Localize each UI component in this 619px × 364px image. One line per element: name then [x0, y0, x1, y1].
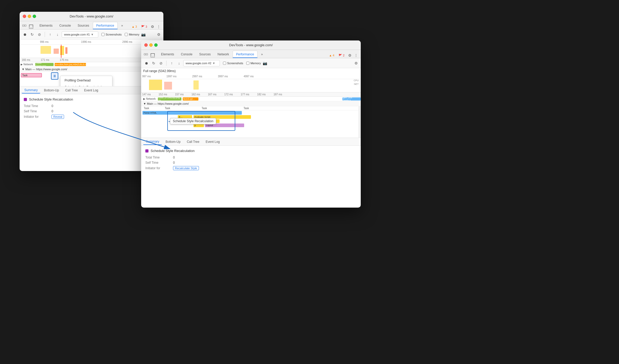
initiator-label-1: Initiator for: [24, 115, 47, 119]
self-time-value-2: 0: [173, 161, 175, 165]
url-bar-1[interactable]: www.google.com #1 ▼: [62, 31, 98, 38]
screenshots-checkbox-2[interactable]: [223, 62, 226, 65]
memory-checkbox-2[interactable]: [246, 62, 249, 65]
total-time-label-1: Total Time: [24, 104, 47, 108]
window-title-2: DevTools - www.google.com/: [229, 43, 273, 47]
tab-event-log-1[interactable]: Event Log: [82, 87, 101, 93]
tab-network-2[interactable]: Network: [214, 51, 232, 58]
pause-icon-box-1[interactable]: ⏸: [51, 72, 58, 80]
close-button-1[interactable]: [23, 15, 26, 18]
tab-bottom-up-2[interactable]: Bottom-Up: [163, 139, 183, 145]
cpu-label-2: CPU: [354, 79, 359, 82]
settings-icon-1[interactable]: ⚙: [150, 24, 155, 29]
record-button-1[interactable]: ⏺: [22, 31, 28, 38]
dm2-167: 167 ms: [208, 93, 216, 96]
settings-icon-2[interactable]: ⚙: [347, 53, 352, 58]
tab-sources-1[interactable]: Sources: [74, 22, 92, 29]
capture-icon-1[interactable]: 📷: [140, 31, 147, 38]
task-label-4: Task: [244, 107, 249, 110]
self-time-label-1: Self Time: [24, 109, 47, 113]
warning-red-1: 🚩 3: [140, 25, 149, 29]
tab-more-2[interactable]: »: [258, 51, 266, 58]
dm2-162: 162 ms: [191, 93, 200, 96]
detail-ruler-2: 147 ms 152 ms 157 ms 162 ms 167 ms 172 m…: [141, 92, 361, 97]
task-bar-main-1[interactable]: Task: [21, 73, 42, 77]
title-bar-2: DevTools - www.google.com/: [141, 40, 361, 50]
download-button-1[interactable]: ↓: [54, 31, 61, 38]
network-bar-url2-2: NUn3,qd…: [183, 97, 198, 101]
screenshots-checkbox-1[interactable]: [101, 33, 105, 36]
timeline-overview-2: 997 ms 1997 ms 2997 ms 3997 ms 4997 ms C…: [141, 74, 361, 92]
tab-elements-2[interactable]: Elements: [158, 51, 177, 58]
warning-red-2: 🚩 2: [337, 53, 346, 58]
bottom-tabs-2: Summary Bottom-Up Call Tree Event Log: [141, 138, 361, 146]
network-bar-right-2: gen_204 (www.g: [342, 97, 361, 101]
upload-button-1[interactable]: ↑: [47, 31, 53, 38]
task-label-1: Task: [144, 107, 149, 110]
tab-call-tree-1[interactable]: Call Tree: [63, 87, 81, 93]
minimize-button-2[interactable]: [149, 43, 153, 47]
event-color-swatch-2: [145, 149, 148, 152]
screenshots-group-2: Screenshots: [223, 62, 243, 65]
dock-icon-2: [150, 53, 155, 58]
close-button-2[interactable]: [144, 43, 148, 47]
tab-summary-1[interactable]: Summary: [22, 87, 40, 93]
reveal-button-1[interactable]: Reveal: [51, 115, 64, 119]
svg-rect-7: [151, 56, 154, 57]
tab-performance-1[interactable]: Performance: [93, 22, 118, 29]
event-name-1: Schedule Style Recalculation: [29, 97, 73, 101]
tab-elements-1[interactable]: Elements: [36, 22, 56, 29]
tab-console-2[interactable]: Console: [178, 51, 196, 58]
timeline-marker-1: [61, 45, 61, 58]
event-name-2: Schedule Style Recalculation: [151, 149, 194, 153]
record-button-2[interactable]: ⏺: [143, 60, 150, 66]
minimize-button-1[interactable]: [28, 15, 31, 18]
initiator-row-1: Initiator for Reveal: [24, 114, 159, 120]
url-bar-2[interactable]: www.google.com #2 ▼: [183, 60, 220, 66]
tab-event-log-2[interactable]: Event Log: [203, 139, 222, 145]
devtools-icon-2: [143, 53, 148, 58]
reload-button-2[interactable]: ↻: [151, 60, 157, 66]
svg-rect-1: [25, 25, 26, 26]
tab-bottom-up-1[interactable]: Bottom-Up: [41, 87, 61, 93]
tab-more-1[interactable]: »: [118, 22, 126, 29]
total-time-value-2: 0: [173, 156, 175, 159]
menu-schedule-style-1[interactable]: Schedule Style Recalculation: [60, 84, 112, 86]
download-button-2[interactable]: ↓: [176, 60, 182, 66]
menu-profiling-overhead-1[interactable]: Profiling Overhead: [60, 77, 112, 84]
upload-button-2[interactable]: ↑: [169, 60, 175, 66]
reload-button-1[interactable]: ↻: [29, 31, 35, 38]
settings-icon-toolbar-1[interactable]: ⚙: [156, 32, 161, 37]
network-row-2: ▶ Network color_272x92dp.png (w… NUn3,qd…: [141, 97, 361, 101]
more-icon-2[interactable]: ⋮: [353, 53, 359, 58]
maximize-button-1[interactable]: [33, 15, 36, 18]
tab-console-1[interactable]: Console: [56, 22, 74, 29]
flame-chart-2[interactable]: Task Task Task Task Parse HTML Evaluate …: [141, 106, 361, 138]
clear-button-1[interactable]: ⊘: [36, 31, 43, 38]
warning-yellow-1: ▲ 3: [130, 25, 139, 29]
dm2-152: 152 ms: [159, 93, 167, 96]
total-time-value-1: 0: [51, 104, 53, 108]
scrollbar-2[interactable]: [359, 106, 361, 138]
network-bar-params-1: m=cdos,hsm,jsa,mb4ZUb,d,csi,cEt9…: [55, 63, 86, 66]
clear-button-2[interactable]: ⊘: [158, 60, 164, 66]
memory-checkbox-1[interactable]: [125, 33, 128, 36]
tab-performance-2[interactable]: Performance: [233, 51, 257, 58]
more-icon-1[interactable]: ⋮: [156, 24, 161, 29]
tab-summary-2[interactable]: Summary: [143, 139, 162, 145]
tab-sources-2[interactable]: Sources: [196, 51, 214, 58]
svg-rect-3: [29, 27, 33, 28]
tab-call-tree-2[interactable]: Call Tree: [184, 139, 202, 145]
network-label-1: ▶ Network: [20, 63, 35, 66]
total-time-row-1: Total Time 0: [24, 103, 159, 109]
svg-rect-5: [146, 54, 148, 55]
self-time-label-2: Self Time: [145, 161, 169, 165]
traffic-lights-2: [144, 43, 158, 47]
capture-icon-2[interactable]: 📷: [262, 60, 268, 66]
maximize-button-2[interactable]: [154, 43, 158, 47]
settings-icon-toolbar-2[interactable]: ⚙: [353, 61, 359, 66]
recalculate-style-button-2[interactable]: Recalculate Style: [173, 166, 199, 170]
screenshots-group-1: Screenshots: [101, 33, 122, 36]
summary-title-1: Schedule Style Recalculation: [24, 97, 159, 101]
self-time-row-2: Self Time 0: [145, 160, 357, 165]
